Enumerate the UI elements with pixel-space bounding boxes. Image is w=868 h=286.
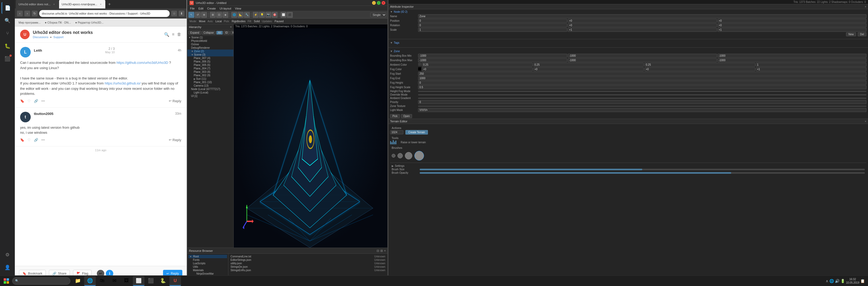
post-1-link[interactable]: 🔗 [34, 99, 38, 103]
tray-clock[interactable]: 16:32 10.05.2019 [846, 278, 859, 284]
tree-plane007[interactable]: Plane_007 (4) [187, 56, 234, 60]
download-button[interactable]: ⬇ [179, 10, 184, 17]
tree-octree[interactable]: Octree [187, 42, 234, 46]
tree-physics[interactable]: PhysicsWorld [187, 39, 234, 42]
taskbar-search-input[interactable]: 🔍 [12, 277, 70, 285]
zone-fog-g[interactable]: +0 [533, 67, 644, 71]
tab-0-close[interactable]: × [52, 2, 56, 6]
toolbar-btn-15[interactable]: ⬛ [287, 12, 293, 18]
toolbar-btn-14[interactable]: ⬜ [280, 12, 286, 18]
brush-size-slider[interactable] [420, 169, 865, 170]
collapse-button[interactable]: Collapse [202, 31, 216, 35]
menu-file[interactable]: File [188, 7, 196, 10]
breadcrumb-support[interactable]: Support [54, 35, 64, 39]
tags-expand-icon[interactable]: ▼ [390, 41, 393, 44]
res-utils[interactable]: Utils [188, 265, 227, 268]
res-lua[interactable]: LuaScripts [188, 262, 227, 265]
taskbar-python[interactable]: 🐍 [157, 276, 169, 286]
post-1-bookmark[interactable]: 🔖 [20, 99, 24, 103]
tree-light-local[interactable]: Light (Local) [187, 91, 234, 94]
node-scale-x[interactable]: 1 [418, 28, 567, 32]
start-button[interactable] [1, 276, 12, 286]
tree-scene-1[interactable]: ▼ Scene (1) [187, 36, 234, 39]
tree-plane006[interactable]: Plane_006 (5) [187, 60, 234, 63]
zone-fog-a[interactable]: +1 [756, 67, 867, 71]
taskbar-vscode[interactable]: ⬜ [133, 276, 145, 286]
file-3[interactable]: utility.json Unknown [229, 262, 386, 265]
post-1-link-2[interactable]: https://urho3d.github.io/ [104, 81, 141, 85]
toolbar-editor-item[interactable]: ● Редактор Urho3D... [73, 20, 105, 25]
zone-light-mask-value[interactable]: VVVV• [418, 108, 866, 112]
sidebar-debug-icon[interactable]: 🐛 [2, 40, 13, 52]
node-pos-z[interactable]: +0 [717, 19, 866, 23]
close-button[interactable]: × [381, 1, 385, 5]
brush-4[interactable] [414, 151, 424, 161]
tree-plane004[interactable]: Plane_004 (7) [187, 67, 234, 70]
brush-1[interactable] [392, 154, 395, 158]
zone-bbox-min-x[interactable]: -1000 [418, 54, 567, 58]
post-2-bookmark[interactable]: 🔖 [20, 138, 24, 142]
taskbar-browser-app[interactable]: 🌐 [84, 276, 96, 286]
tree-debug[interactable]: DebugRenderer [187, 46, 234, 50]
tray-notification-icon[interactable]: 📋 [860, 279, 865, 283]
node-pos-y[interactable]: +0 [568, 19, 717, 23]
zone-expand-icon[interactable]: ▼ [390, 50, 393, 53]
zone-bbox-max-z[interactable]: -1000 [717, 58, 866, 62]
open-button[interactable]: Open [401, 114, 412, 118]
node-new-button[interactable]: New [846, 32, 856, 36]
taskbar-file-explorer[interactable]: 📁 [72, 276, 84, 286]
brush-2[interactable] [398, 153, 403, 159]
node-scale-z[interactable]: +1 [717, 28, 866, 32]
post-2-link[interactable]: 🔗 [34, 138, 38, 142]
file-5[interactable]: StringsEnRu.json Unknown [229, 268, 386, 272]
maximize-button[interactable]: □ [377, 1, 380, 5]
taskbar-urho3d[interactable]: U [169, 276, 181, 286]
node-expand-icon[interactable]: ▼ [390, 10, 393, 13]
toolbar-btn-8[interactable]: 📐 [238, 12, 244, 18]
node-scale-y[interactable]: +1 [568, 28, 717, 32]
zone-bbox-min-y[interactable]: -1000 [568, 54, 717, 58]
zone-fog-end-value[interactable]: 1000 [418, 76, 866, 80]
post-2-reply-button[interactable]: ↩ Reply [169, 138, 181, 142]
resource-btn-1[interactable]: ⊟ [377, 249, 379, 253]
post-1-link-1[interactable]: https://github.com/urho3d/Urho3D [117, 61, 168, 65]
zone-ambient-gradient-value[interactable] [418, 98, 866, 99]
post-2-heart[interactable]: ♡ [28, 138, 31, 142]
tree-zone-2[interactable]: ▼ Zone (2) [187, 50, 234, 53]
attr-inspector-close[interactable]: × [865, 5, 866, 8]
pick-value[interactable]: Rigidbodies [232, 20, 246, 23]
new-tab-button[interactable]: + [106, 0, 113, 8]
terrain-settings-row[interactable]: ▶ Settings [390, 164, 866, 168]
toolbar-btn-4[interactable]: ⊞ [210, 12, 216, 18]
tray-battery-icon[interactable]: 🔋 [840, 279, 845, 283]
all-button[interactable]: All [216, 31, 223, 35]
file-2[interactable]: EditorStrings.json Unknown [229, 258, 386, 262]
zone-height-fog-mode-value[interactable] [418, 91, 866, 92]
bookmark-star-button[interactable]: ☆ [171, 10, 177, 17]
sidebar-files-icon[interactable]: 📄 [2, 2, 13, 14]
resource-close[interactable]: × [384, 249, 386, 253]
hierarchy-close[interactable]: × [230, 25, 232, 29]
tray-network-icon[interactable]: 🌐 [829, 279, 834, 283]
fill-value[interactable]: Solid [254, 20, 259, 23]
toolbar-move-btn[interactable]: ↖ [188, 12, 194, 18]
zone-ambient-a[interactable]: 1 [756, 63, 867, 67]
search-icon[interactable]: 🔍 [164, 32, 169, 37]
toolbar-btn-13[interactable]: 🎯 [272, 12, 278, 18]
tab-1[interactable]: Urho3D-кросс-платформ... × [59, 0, 105, 8]
post-1-more[interactable]: ••• [41, 99, 45, 103]
zone-fog-height-value[interactable]: 0 [418, 81, 866, 85]
menu-ui-layout[interactable]: UI-layout [218, 7, 233, 10]
resource-btn-2[interactable]: ⊞ [380, 249, 383, 253]
node-del-button[interactable]: Del [858, 32, 866, 36]
pick-button[interactable]: Pick [390, 114, 400, 118]
breadcrumb-discussions[interactable]: Discussions [33, 35, 49, 39]
post-1-heart[interactable]: ♡ [28, 99, 31, 103]
sidebar-git-icon[interactable]: ⑂ [2, 28, 13, 39]
tree-node-local[interactable]: Node (Local 167777217) [187, 87, 234, 91]
terrain-size-input[interactable] [390, 130, 403, 134]
node-name-value[interactable]: Zone [418, 14, 866, 18]
zone-override-mode-value[interactable] [418, 94, 866, 95]
node-rot-x[interactable]: 0 [418, 23, 567, 27]
expand-button[interactable]: Expand [188, 31, 201, 35]
